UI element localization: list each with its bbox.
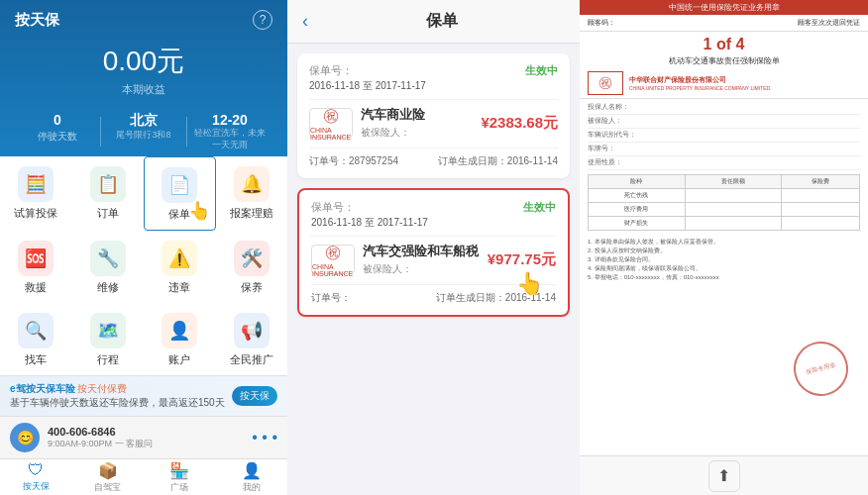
calc-icon: 🧮 <box>18 166 54 202</box>
policy-type-2: 汽车交强险和车船税 <box>363 243 488 260</box>
menu-promote[interactable]: 📢 全民推广 <box>216 303 288 375</box>
promo-button[interactable]: 按天保 <box>232 386 277 406</box>
doc-row-label-insured: 被保险人： <box>588 117 642 126</box>
policy-body-1: ㊗ CHINA INSURANCE 汽车商业险 被保险人： ¥2383.68元 <box>309 106 558 140</box>
date-value: 12-20 <box>212 112 248 128</box>
menu-violation[interactable]: ⚠️ 违章 <box>144 231 216 303</box>
doc-row-insured: 被保险人： <box>588 117 860 129</box>
doc-note-1: 1. 本保险单由保险人签发，被保险人应妥善保管。 <box>588 238 860 247</box>
doc-row-usage: 使用性质： <box>588 158 860 170</box>
left-header: 按天保 ? 0.00元 本期收益 0 停驶天数 北京 尾号限行3和8 12-20… <box>0 0 287 156</box>
doc-row-value-usage <box>642 158 860 167</box>
policy-card-1-header: 保单号： 2016-11-18 至 2017-11-17 生效中 <box>309 63 558 93</box>
doc-row-vin: 车辆识别代号： <box>588 131 860 143</box>
nav-plaza-icon: 🏪 <box>169 461 189 480</box>
promote-label: 全民推广 <box>230 352 273 367</box>
policy-divider-2 <box>311 236 556 237</box>
maintain-label: 保养 <box>241 280 263 295</box>
doc-top-right: 顾客至次次退回凭证 <box>798 18 860 28</box>
mid-title: 保单 <box>318 11 565 32</box>
doc-note-2: 2. 投保人应按时交纳保险费。 <box>588 247 860 255</box>
avatar: 😊 <box>10 423 40 452</box>
rescue-icon: 🆘 <box>18 241 54 276</box>
doc-bottom-bar: ⬆ <box>580 455 868 495</box>
doc-table-cell-death-limit <box>685 189 782 203</box>
policy-card-2-no: 保单号： 2016-11-18 至 2017-11-17 <box>311 200 428 230</box>
menu-order[interactable]: 📋 订单 <box>72 156 145 231</box>
policy-date-range-1: 2016-11-18 至 2017-11-17 <box>309 79 426 93</box>
doc-form-area: 投保人名称： 被保险人： 车辆识别代号： 车牌号： 使用性质： <box>580 99 868 235</box>
nav-home-icon: 🛡 <box>28 461 44 479</box>
doc-page-num: 1 of 4 <box>580 32 868 55</box>
menu-claim[interactable]: 🔔 报案理赔 <box>216 156 288 231</box>
doc-row-plate: 车牌号： <box>588 145 860 156</box>
menu-repair[interactable]: 🔧 维修 <box>72 231 145 303</box>
doc-row-label-usage: 使用性质： <box>588 158 642 167</box>
account-label: 账户 <box>168 352 190 367</box>
menu-maintain[interactable]: 🛠️ 保养 <box>216 231 288 303</box>
balance-area: 0.00元 本期收益 <box>103 43 185 97</box>
promo-title: e驾按天保车险 <box>10 383 77 394</box>
policy-card-1[interactable]: 保单号： 2016-11-18 至 2017-11-17 生效中 ㊗ CHINA… <box>297 53 570 178</box>
doc-table-cell-death-fee <box>782 189 860 203</box>
doc-subtitle: 机动车交通事故责任强制保险单 <box>580 55 868 66</box>
insurer-logo-icon-2: ㊗ <box>325 243 341 263</box>
help-icon[interactable]: ? <box>253 10 272 30</box>
bottom-nav: 🛡 按天保 📦 自驾宝 🏪 广场 👤 我的 <box>0 458 287 495</box>
calc-label: 试算投保 <box>14 206 57 221</box>
policy-card-2-header: 保单号： 2016-11-18 至 2017-11-17 生效中 <box>311 200 556 230</box>
insurer-logo-2: ㊗ CHINA INSURANCE <box>311 245 355 274</box>
repair-label: 维修 <box>97 280 119 295</box>
left-panel: 按天保 ? 0.00元 本期收益 0 停驶天数 北京 尾号限行3和8 12-20… <box>0 0 287 495</box>
nav-treasure-label: 自驾宝 <box>94 481 121 494</box>
policy-card-1-no: 保单号： 2016-11-18 至 2017-11-17 <box>309 63 426 93</box>
maintain-icon: 🛠️ <box>234 241 270 276</box>
menu-trip[interactable]: 🗺️ 行程 <box>72 303 145 375</box>
stats-row: 0 停驶天数 北京 尾号限行3和8 12-20 轻松宜洗车，未来一天无雨 <box>15 112 272 150</box>
nav-mine-label: 我的 <box>243 481 261 494</box>
policy-price-2: ¥977.75元 <box>488 250 556 269</box>
phone-number: 400-606-6846 <box>48 426 153 438</box>
menu-find[interactable]: 🔍 找车 <box>0 303 72 375</box>
repair-icon: 🔧 <box>90 241 126 276</box>
policy-card-2[interactable]: 保单号： 2016-11-18 至 2017-11-17 生效中 ㊗ CHINA… <box>297 188 570 317</box>
doc-top-row: 顾客码： 顾客至次次退回凭证 <box>580 15 868 32</box>
nav-plaza[interactable]: 🏪 广场 <box>144 459 216 495</box>
account-icon: 👤 <box>162 313 197 348</box>
trip-icon: 🗺️ <box>90 313 126 348</box>
find-label: 找车 <box>25 352 47 367</box>
doc-notes: 1. 本保险单由保险人签发，被保险人应妥善保管。 2. 投保人应按时交纳保险费。… <box>580 235 868 285</box>
menu-calc[interactable]: 🧮 试算投保 <box>0 156 72 231</box>
policy-price-1: ¥2383.68元 <box>481 114 558 133</box>
promo-link[interactable]: 按天付保费 <box>77 383 127 394</box>
back-button[interactable]: ‹ <box>302 11 308 32</box>
menu-policy[interactable]: 📄 保单 👆 <box>144 156 216 231</box>
doc-table-header-fee: 保险费 <box>782 175 860 189</box>
doc-row-label-investor: 投保人名称： <box>588 103 642 112</box>
policy-no-label-2: 保单号： <box>311 200 428 215</box>
stop-days-stat: 0 停驶天数 <box>15 112 100 150</box>
nav-mine[interactable]: 👤 我的 <box>216 459 288 495</box>
doc-table-header-type: 险种 <box>589 175 686 189</box>
doc-table-row-medical: 医疗费用 <box>589 203 860 217</box>
policy-info-2: 汽车交强险和车船税 被保险人： <box>363 243 488 276</box>
nav-home[interactable]: 🛡 按天保 <box>0 459 72 495</box>
doc-note-4: 4. 保险期间届满前，续保请联系保险公司。 <box>588 264 860 273</box>
doc-table-header-limit: 责任限额 <box>685 175 782 189</box>
right-panel: 中国统一使用保险凭证业务用章 顾客码： 顾客至次次退回凭证 1 of 4 机动车… <box>580 0 868 495</box>
nav-mine-icon: 👤 <box>242 461 262 480</box>
doc-table: 险种 责任限额 保险费 死亡伤残 医疗费用 <box>588 174 860 231</box>
policy-list: 保单号： 2016-11-18 至 2017-11-17 生效中 ㊗ CHINA… <box>287 44 580 495</box>
menu-rescue[interactable]: 🆘 救援 <box>0 231 72 303</box>
policy-type-1: 汽车商业险 <box>361 106 481 124</box>
restriction-note: 尾号限行3和8 <box>111 130 175 142</box>
policy-cursor: 👆 <box>188 200 210 222</box>
dots: • • • <box>252 429 277 446</box>
menu-account[interactable]: 👤 账户 <box>144 303 216 375</box>
share-button[interactable]: ⬆ <box>708 460 740 492</box>
nav-treasure[interactable]: 📦 自驾宝 <box>72 459 145 495</box>
doc-row-value-plate <box>642 145 860 153</box>
insurer-logo-text-2: CHINA INSURANCE <box>312 263 354 277</box>
doc-table-cell-property-type: 财产损失 <box>589 217 686 231</box>
city-value: 北京 <box>130 112 158 130</box>
